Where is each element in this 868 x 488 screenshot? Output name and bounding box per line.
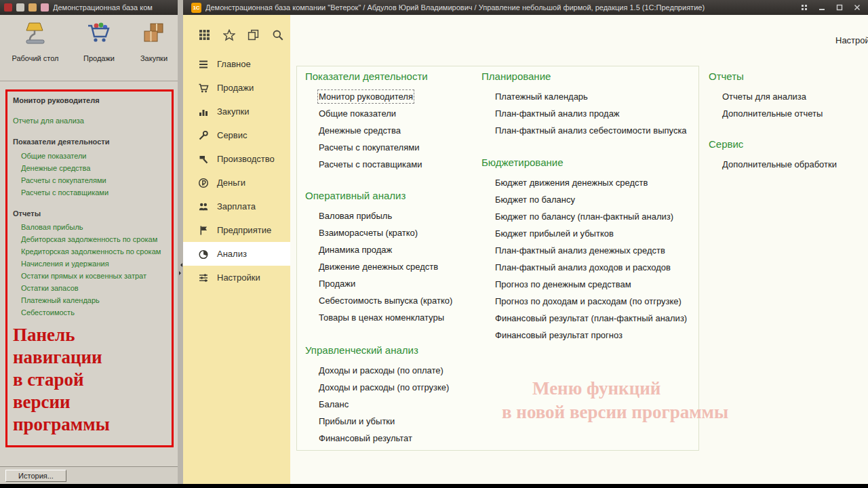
sidebar-item-analysis[interactable]: Анализ: [183, 242, 290, 266]
nav-link[interactable]: Расчеты с покупателями: [21, 174, 166, 186]
nav-link[interactable]: Себестоимость: [21, 306, 166, 319]
menu-function-link[interactable]: Себестоимость выпуска (кратко): [319, 292, 452, 309]
menu-group-header: Отчеты: [709, 70, 823, 83]
window-splitter[interactable]: [178, 0, 183, 484]
menu-function-link[interactable]: Платежный календарь: [495, 88, 687, 105]
sidebar-item-label: Главное: [217, 59, 251, 69]
menu-function-link[interactable]: Бюджет по балансу: [495, 191, 687, 208]
sidebar-item-label: Сервис: [217, 130, 248, 140]
wrench-icon: [198, 130, 209, 141]
menu-function-link[interactable]: План-фактный анализ себестоимости выпуск…: [495, 122, 687, 139]
nav-link[interactable]: Денежные средства: [21, 162, 166, 174]
sidebar-item-settings[interactable]: Настройки: [183, 266, 290, 289]
cart-icon: [198, 83, 209, 94]
history-icon[interactable]: [245, 27, 261, 43]
menu-function-link[interactable]: Движение денежных средств: [319, 258, 452, 275]
menu-function-link[interactable]: Дополнительные отчеты: [722, 105, 823, 122]
nav-link[interactable]: Остатки запасов: [21, 282, 166, 294]
search-icon[interactable]: [270, 27, 285, 43]
desk-lamp-icon: [22, 19, 49, 52]
sidebar-item-label: Предприятие: [217, 225, 271, 235]
menu-function-link[interactable]: Расчеты с поставщиками: [319, 156, 428, 173]
menu-function-link[interactable]: Прибыли и убытки: [319, 413, 449, 430]
old-statusbar: История...: [0, 466, 178, 484]
window-menu-button[interactable]: [797, 2, 811, 13]
menu-function-link[interactable]: Финансовый результат прогноз: [495, 327, 687, 344]
menu-function-link[interactable]: Финансовый результат: [319, 430, 449, 447]
menu-function-link[interactable]: Взаиморасчеты (кратко): [319, 224, 452, 241]
menu-group-header: Показатели деятельности: [305, 70, 428, 83]
menu-group-service: Сервис Дополнительные обработки: [709, 138, 837, 173]
menu-function-link[interactable]: Отчеты для анализа: [722, 88, 823, 105]
sidebar-item-service[interactable]: Сервис: [183, 123, 290, 147]
sidebar-item-money[interactable]: Деньги: [183, 171, 290, 195]
toolbar-button-desktop[interactable]: Рабочий стол: [7, 19, 64, 62]
nav-link[interactable]: Расчеты с поставщиками: [21, 186, 166, 199]
new-version-window: 1С Демонстрационная база компании "Ветер…: [183, 0, 868, 484]
menu-function-link[interactable]: Бюджет движения денежных средств: [495, 174, 687, 191]
maximize-button[interactable]: [833, 2, 846, 13]
new-window-titlebar: 1С Демонстрационная база компании "Ветер…: [183, 0, 868, 15]
sidebar-item-main[interactable]: Главное: [183, 52, 290, 76]
menu-function-link[interactable]: Расчеты с покупателями: [319, 139, 428, 156]
menu-function-link[interactable]: Монитор руководителя: [319, 91, 413, 102]
menu-function-link[interactable]: Общие показатели: [319, 105, 428, 122]
sidebar-item-purchases[interactable]: Закупки: [183, 100, 290, 123]
menu-function-link[interactable]: Товары в ценах номенклатуры: [319, 309, 452, 326]
collapse-arrow-icon: [178, 263, 182, 267]
menu-function-link[interactable]: Прогноз по денежным средствам: [495, 276, 687, 293]
toolbar-button-purchases[interactable]: Закупки: [133, 19, 175, 62]
nav-link[interactable]: Платежный календарь: [21, 294, 166, 306]
sidebar-item-label: Настройки: [217, 272, 260, 283]
bar-chart-icon: [198, 106, 209, 117]
nav-link[interactable]: Кредиторская задолженность по срокам: [21, 245, 166, 258]
menu-function-link[interactable]: План-фактный анализ денежных средств: [495, 242, 687, 259]
favorites-star-icon[interactable]: [221, 27, 237, 43]
menu-function-link[interactable]: Финансовый результат (план-фактный анали…: [495, 310, 687, 327]
annotation-old-version: Панель навигации в старой версии програм…: [13, 324, 166, 436]
menu-function-link[interactable]: Дополнительные обработки: [722, 156, 837, 173]
nav-section-header: Отчеты: [13, 209, 166, 218]
apps-grid-icon[interactable]: [197, 27, 212, 43]
menu-function-link[interactable]: Баланс: [319, 396, 449, 413]
menu-group-header: Планирование: [481, 70, 687, 83]
sections-sidebar: Главное Продажи Закупки Сервис Производс…: [183, 15, 290, 484]
menu-function-link[interactable]: Доходы и расходы (по оплате): [319, 362, 449, 379]
menu-group-operational: Оперативный анализ Валовая прибыль Взаим…: [305, 190, 452, 326]
nav-link[interactable]: Остатки прямых и косвенных затрат: [21, 270, 166, 282]
nav-link[interactable]: Валовая прибыль: [21, 221, 166, 233]
toolbar-button-label: Рабочий стол: [12, 54, 58, 62]
annotation-new-version-line2: в новой версии программы: [502, 402, 728, 423]
nav-link[interactable]: Начисления и удержания: [21, 258, 166, 270]
nav-link[interactable]: Общие показатели: [21, 150, 166, 162]
menu-function-link[interactable]: Динамика продаж: [319, 241, 452, 258]
nav-section-items: Общие показатели Денежные средства Расче…: [13, 150, 166, 199]
menu-function-link[interactable]: Денежные средства: [319, 122, 428, 139]
toolbar-button-sales[interactable]: Продажи: [71, 19, 127, 62]
nav-panel-title: Монитор руководителя: [13, 96, 166, 105]
menu-function-link[interactable]: Продажи: [319, 275, 452, 292]
nav-link[interactable]: Отчеты для анализа: [13, 116, 166, 125]
sidebar-item-enterprise[interactable]: Предприятие: [183, 218, 290, 242]
sidebar-item-salary[interactable]: Зарплата: [183, 195, 290, 218]
settings-link[interactable]: Настрой: [835, 35, 868, 45]
menu-function-link[interactable]: Валовая прибыль: [319, 207, 452, 224]
sidebar-item-sales[interactable]: Продажи: [183, 76, 290, 100]
sliders-icon: [198, 272, 209, 283]
close-button[interactable]: [850, 2, 864, 13]
menu-function-link[interactable]: Бюджет прибылей и убытков: [495, 225, 687, 242]
nav-link[interactable]: Дебиторская задолженность по срокам: [21, 233, 166, 245]
menu-function-link[interactable]: План-фактный анализ доходов и расходов: [495, 259, 687, 276]
menu-function-link[interactable]: Прогноз по доходам и расходам (по отгруз…: [495, 293, 687, 310]
minimize-button[interactable]: [815, 2, 829, 13]
toolbar-icon: [41, 3, 49, 12]
menu-function-link[interactable]: Доходы и расходы (по отгрузке): [319, 379, 449, 396]
menu-function-link[interactable]: План-фактный анализ продаж: [495, 105, 687, 122]
menu-function-link[interactable]: Бюджет по балансу (план-фактный анализ): [495, 208, 687, 225]
menu-group-header: Сервис: [709, 138, 837, 150]
window-title: Демонстрационная база компании "Ветерок"…: [205, 3, 793, 12]
menu-group-header: Бюджетирование: [481, 157, 687, 169]
sidebar-item-label: Производство: [217, 154, 275, 164]
sidebar-item-production[interactable]: Производство: [183, 147, 290, 171]
history-button[interactable]: История...: [5, 470, 66, 482]
